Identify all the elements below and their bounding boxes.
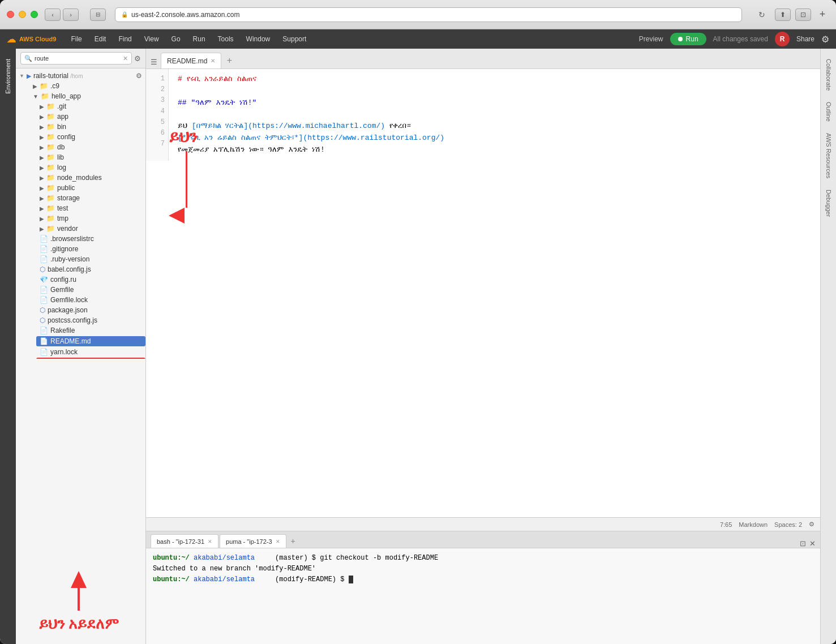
log-label: log [57,164,66,171]
right-tab-collaborate[interactable]: Collaborate [823,53,834,96]
address-bar[interactable]: 🔒 us-east-2.console.aws.amazon.com [115,7,742,22]
tree-item-ruby-version[interactable]: 📄 .ruby-version [36,254,145,264]
menu-find[interactable]: Find [113,33,137,45]
new-tab-button[interactable]: + [816,8,829,22]
tree-item-db[interactable]: ▶ 📁 db [36,142,145,152]
db-arrow-icon: ▶ [40,144,44,151]
tree-item-rakefile[interactable]: 📄 Rakefile [36,325,145,336]
preview-button[interactable]: Preview [639,35,663,43]
back-button[interactable]: ‹ [45,8,61,21]
tree-item-config[interactable]: ▶ 📁 config [36,132,145,142]
forward-button[interactable]: › [63,8,79,21]
menu-support[interactable]: Support [277,33,312,45]
menu-edit[interactable]: Edit [89,33,112,45]
right-tab-debugger[interactable]: Debugger [823,184,834,222]
settings-button[interactable]: ⚙ [821,34,829,45]
gemfile-lock-label: Gemfile.lock [50,296,88,304]
app-arrow-icon: ▶ [40,114,44,120]
menu-run[interactable]: Run [187,33,211,45]
terminal-prompt-3: ubuntu:~/ [153,576,190,583]
tree-item-postcss-config[interactable]: ⬡ postcss.config.js [36,315,145,325]
tmp-folder-icon: 📁 [46,214,55,222]
tree-item-lib[interactable]: ▶ 📁 lib [36,152,145,162]
code-editor[interactable]: 1 2 3 4 5 6 7 # የሩቢ አንራይልስ ስልጠና ## "ዓለም … [146,69,820,517]
tree-item-gitignore[interactable]: 📄 .gitignore [36,244,145,254]
tab-add-button[interactable]: + [222,54,236,67]
tree-item-node-modules[interactable]: ▶ 📁 node_modules [36,173,145,183]
terminal-expand-icon[interactable]: ⊡ [800,539,806,548]
search-box[interactable]: 🔍 ✕ [20,52,132,65]
bash-tab-close-icon[interactable]: ✕ [208,539,212,544]
right-sidebar: Collaborate Outline AWS Resources Debugg… [820,49,836,644]
package-json-icon: ⬡ [40,306,45,314]
terminal-add-button[interactable]: + [288,535,299,547]
window-mode-button[interactable]: ⊟ [90,8,106,21]
tree-item-browserslistrc[interactable]: 📄 .browserslistrc [36,234,145,244]
postcss-config-icon: ⬡ [40,316,45,324]
menu-file[interactable]: File [65,33,87,45]
language-mode: Markdown [739,521,768,528]
close-button[interactable] [7,11,14,18]
code-line-3: ## "ዓለም እንዴት ነሽ!" [178,97,811,109]
tree-item-gemfile-lock[interactable]: 📄 Gemfile.lock [36,295,145,305]
terminal-tab-bash[interactable]: bash - "ip-172-31 ✕ [151,534,218,548]
tree-item-bin[interactable]: ▶ 📁 bin [36,122,145,132]
environment-tab[interactable]: Environment [2,53,14,100]
menu-window[interactable]: Window [241,33,276,45]
code-lines: # የሩቢ አንራይልስ ስልጠና ## "ዓለም እንዴት ነሽ!" ይህ [… [169,69,820,161]
tree-item-config-ru[interactable]: 💎 config.ru [36,274,145,285]
reload-button[interactable]: ↻ [756,8,768,21]
config-arrow-icon: ▶ [40,134,44,140]
search-input[interactable] [35,55,121,62]
run-button[interactable]: Run [670,33,706,45]
tree-item-hello-app[interactable]: ▼ 📁 hello_app [16,91,145,101]
filetree: ▼ ▶ rails-tutorial /hom ⚙ ▶ 📁 .c9 ▼ 📁 [16,68,145,359]
right-tab-aws-resources[interactable]: AWS Resources [823,127,834,184]
tree-item-package-json[interactable]: ⬡ package.json [36,305,145,315]
tree-item-yarn-lock[interactable]: 📄 yarn.lock [36,347,145,357]
puma-tab-close-icon[interactable]: ✕ [276,539,280,544]
terminal-close-icon[interactable]: ✕ [809,539,816,548]
share-button[interactable]: Share [796,35,814,43]
tree-item-c9[interactable]: ▶ 📁 .c9 [16,81,145,91]
tree-item-vendor[interactable]: ▶ 📁 vendor [36,224,145,234]
terminal-tab-puma[interactable]: puma - "ip-172-3 ✕ [220,534,286,548]
share-icon-button[interactable]: ⬆ [775,8,791,21]
maximize-button[interactable] [31,11,38,18]
right-tab-outline[interactable]: Outline [823,96,834,127]
terminal-area: bash - "ip-172-31 ✕ puma - "ip-172-3 ✕ +… [146,531,820,644]
search-clear-icon[interactable]: ✕ [123,55,128,62]
fullscreen-button[interactable]: ⊡ [795,8,811,21]
terminal-content[interactable]: ubuntu:~/ akababi/selamta (master) $ git… [146,548,820,644]
git-folder-icon: 📁 [46,102,55,110]
gemfile-icon: 📄 [40,286,48,294]
editor-tabs: ☰ README.md ✕ + [146,49,820,69]
ruby-version-label: .ruby-version [50,255,89,263]
tree-item-babel-config[interactable]: ⬡ babel.config.js [36,264,145,274]
statusbar-gear-icon[interactable]: ⚙ [809,521,814,528]
tree-item-readme-selected[interactable]: 📄 README.md [36,336,145,346]
browserslistrc-label: .browserslistrc [50,235,94,243]
tree-item-storage[interactable]: ▶ 📁 storage [36,193,145,203]
tree-item-gemfile[interactable]: 📄 Gemfile [36,285,145,295]
tree-item-rails-tutorial[interactable]: ▼ ▶ rails-tutorial /hom ⚙ [16,71,145,81]
tree-item-git[interactable]: ▶ 📁 .git [36,101,145,111]
node-folder-icon: 📁 [46,174,55,182]
search-icon: 🔍 [24,55,32,62]
test-arrow-icon: ▶ [40,205,44,212]
tree-item-log[interactable]: ▶ 📁 log [36,162,145,173]
minimize-button[interactable] [19,11,26,18]
menu-go[interactable]: Go [166,33,186,45]
menu-tools[interactable]: Tools [212,33,239,45]
tree-item-test[interactable]: ▶ 📁 test [36,203,145,213]
code-line-5: ይህ [በማይክል ሃርትል](https://www.michaelhartl… [178,121,811,132]
gitignore-label: .gitignore [50,245,78,253]
tree-item-tmp[interactable]: ▶ 📁 tmp [36,213,145,224]
tab-close-icon[interactable]: ✕ [211,58,215,64]
tree-item-public[interactable]: ▶ 📁 public [36,183,145,193]
menu-view[interactable]: View [139,33,165,45]
tab-readme[interactable]: README.md ✕ [161,53,221,68]
filetree-settings-icon[interactable]: ⚙ [134,54,141,63]
tree-item-app[interactable]: ▶ 📁 app [36,111,145,122]
menubar: ☁ AWS Cloud9 File Edit Find View Go Run … [0,29,836,49]
